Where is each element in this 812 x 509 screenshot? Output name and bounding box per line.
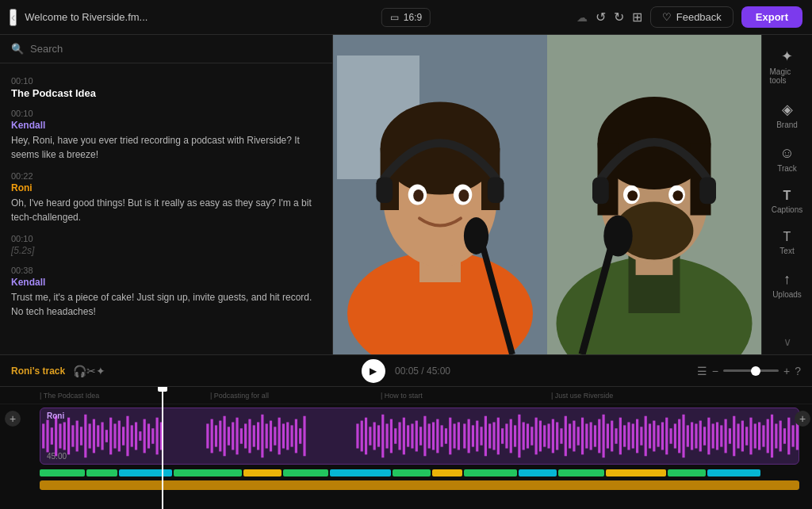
svg-rect-9	[488, 177, 504, 203]
svg-rect-103	[428, 423, 431, 448]
feedback-button[interactable]: ♡ Feedback	[650, 6, 733, 28]
svg-rect-116	[485, 416, 487, 457]
grid-button[interactable]: ⊞	[632, 10, 642, 25]
svg-rect-136	[569, 423, 571, 448]
uploads-icon: ↑	[783, 271, 791, 288]
svg-rect-156	[653, 421, 655, 452]
ruler-row: | The Podcast Idea | Podcasting for all …	[0, 387, 812, 404]
music-track[interactable]	[40, 480, 799, 490]
scissors-button[interactable]: ✂	[86, 365, 96, 377]
sidebar-item-track[interactable]: ☺ Track	[765, 139, 810, 179]
svg-rect-160	[669, 428, 672, 443]
svg-rect-72	[248, 419, 251, 454]
svg-rect-78	[274, 427, 276, 445]
redo-button[interactable]: ↻	[614, 10, 624, 25]
caption-track-row-1	[40, 468, 799, 477]
sidebar-item-uploads[interactable]: ↑ Uploads	[765, 265, 810, 305]
zoom-slider[interactable]	[723, 369, 779, 372]
video-left	[333, 35, 547, 354]
svg-rect-97	[403, 418, 405, 455]
svg-rect-8	[376, 177, 393, 203]
sidebar-item-magic-tools[interactable]: ✦ Magic tools	[765, 41, 810, 91]
svg-rect-89	[369, 427, 371, 445]
track-icon: ☺	[779, 145, 794, 162]
aspect-ratio-selector[interactable]: ▭ 16:9	[381, 8, 431, 27]
svg-rect-155	[649, 423, 651, 448]
svg-rect-149	[623, 425, 626, 446]
feedback-label: Feedback	[676, 11, 722, 23]
svg-rect-74	[257, 423, 259, 450]
playhead	[162, 387, 163, 509]
svg-rect-152	[636, 419, 638, 454]
export-button[interactable]: Export	[741, 6, 802, 28]
svg-rect-119	[497, 418, 500, 455]
project-title: Welcome to Riverside.fm...	[25, 11, 568, 23]
right-sidebar: ✦ Magic tools ◈ Brand ☺ Track T Captions…	[761, 35, 812, 354]
audio-track-roni[interactable]: Roni 45:00 // Generate waveform in SVG v…	[40, 408, 799, 465]
svg-rect-150	[627, 423, 630, 450]
caption-block	[243, 469, 282, 476]
svg-rect-158	[661, 423, 664, 450]
sidebar-label-brand: Brand	[776, 121, 798, 129]
svg-rect-98	[407, 425, 409, 446]
svg-rect-75	[261, 415, 263, 457]
add-track-right-button[interactable]: +	[795, 411, 810, 427]
zoom-in-button[interactable]: +	[783, 365, 790, 377]
svg-rect-147	[615, 428, 617, 443]
play-button[interactable]: ▶	[362, 359, 385, 383]
timeline-menu-button[interactable]: ☰	[697, 365, 707, 377]
sidebar-expand-chevron[interactable]: ∨	[783, 335, 791, 348]
svg-rect-126	[527, 423, 529, 448]
magic-clip-button[interactable]: ✦	[96, 365, 105, 377]
caption-block	[283, 469, 328, 476]
timestamp-4: 00:10	[11, 234, 321, 243]
back-button[interactable]: ‹	[10, 9, 17, 26]
svg-rect-49	[109, 418, 112, 455]
svg-rect-25	[592, 177, 609, 204]
svg-rect-35	[51, 427, 53, 444]
svg-rect-171	[716, 423, 718, 450]
svg-rect-59	[151, 428, 154, 443]
svg-rect-57	[144, 419, 146, 454]
svg-rect-100	[416, 421, 418, 452]
svg-rect-117	[488, 423, 491, 448]
svg-rect-176	[737, 423, 739, 448]
transcript-block-5: 00:38 Kendall Trust me, it's a piece of …	[0, 261, 332, 323]
svg-point-32	[603, 216, 632, 257]
gap-marker: [5.2s]	[11, 245, 321, 256]
svg-rect-153	[640, 427, 642, 445]
cloud-icon: ☁	[576, 11, 588, 24]
sidebar-label-captions: Captions	[772, 205, 802, 214]
svg-rect-122	[510, 419, 512, 454]
svg-rect-146	[611, 421, 613, 452]
headphones-button[interactable]: 🎧	[73, 365, 86, 377]
track-name-label: Roni's track	[11, 365, 65, 377]
caption-block	[464, 469, 517, 476]
sidebar-item-captions[interactable]: T Captions	[765, 182, 810, 220]
svg-rect-95	[394, 428, 396, 443]
help-button[interactable]: ?	[795, 365, 801, 377]
caption-block	[174, 469, 242, 476]
timestamp-1: 00:10	[11, 76, 321, 86]
svg-rect-64	[215, 425, 217, 446]
zoom-out-button[interactable]: −	[712, 365, 718, 377]
svg-rect-93	[386, 423, 389, 448]
caption-block	[519, 469, 557, 476]
undo-button[interactable]: ↺	[596, 10, 606, 25]
sidebar-item-brand[interactable]: ◈ Brand	[765, 94, 810, 136]
caption-block	[606, 469, 667, 476]
transcript-block-3: 00:22 Roni Oh, I've heard good things! B…	[0, 166, 332, 229]
svg-rect-51	[118, 421, 121, 452]
svg-rect-143	[598, 419, 600, 454]
svg-rect-185	[775, 423, 777, 448]
svg-rect-96	[398, 423, 400, 450]
svg-rect-129	[539, 421, 542, 452]
svg-rect-167	[699, 421, 702, 452]
search-input[interactable]	[30, 43, 321, 55]
add-track-left-button[interactable]: +	[5, 411, 21, 427]
svg-rect-88	[365, 418, 367, 455]
svg-rect-105	[436, 419, 439, 454]
svg-rect-91	[377, 425, 380, 446]
sidebar-item-text[interactable]: T Text	[765, 224, 810, 262]
brand-icon: ◈	[782, 101, 793, 118]
